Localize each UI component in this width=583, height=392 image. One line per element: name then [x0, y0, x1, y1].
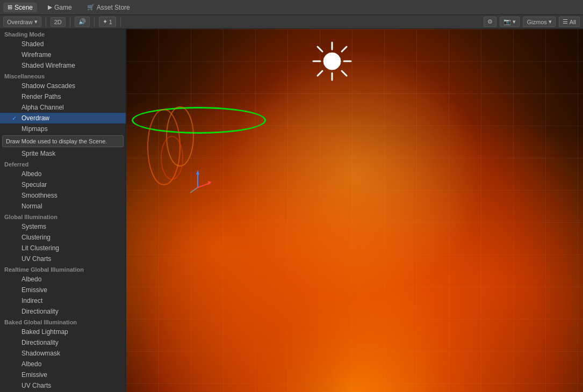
camera-button[interactable]: 📷 ▾ [500, 17, 520, 27]
menu-item-uv-charts[interactable]: UV Charts [0, 253, 126, 264]
fire-particles [142, 83, 207, 190]
chevron-down-icon-3: ▾ [549, 18, 552, 25]
toolbar-separator-4 [120, 17, 121, 27]
menu-item-clustering[interactable]: Clustering [0, 232, 126, 243]
tab-asset-store[interactable]: 🛒 Asset Store [83, 3, 134, 12]
game-icon: ▶ [48, 4, 52, 11]
toolbar: Overdraw ▾ 2D 🔊 ✦ 1 ⚙ 📷 ▾ Gizmos ▾ ☰ All [0, 15, 583, 29]
svg-line-5 [342, 71, 347, 76]
scene-icon: ⊞ [8, 4, 12, 11]
menu-item-alpha-channel[interactable]: Alpha Channel [0, 102, 126, 113]
menu-item-albedo-label: Albedo [21, 170, 41, 178]
menu-item-specular[interactable]: Specular [0, 179, 126, 190]
svg-marker-12 [208, 181, 212, 185]
audio-icon: 🔊 [78, 18, 86, 25]
menu-item-mipmaps[interactable]: Mipmaps [0, 124, 126, 134]
svg-line-6 [342, 47, 347, 52]
menu-item-rt-directionality[interactable]: Directionality [0, 306, 126, 317]
gizmos-button[interactable]: Gizmos ▾ [523, 17, 555, 27]
menu-item-shadowmask[interactable]: Shadowmask [0, 348, 126, 359]
menu-item-shadow-cascades[interactable]: Shadow Cascades [0, 81, 126, 91]
menu-item-baked-emissive[interactable]: Emissive [0, 369, 126, 380]
menu-item-clustering-label: Clustering [21, 234, 51, 241]
realtime-gi-header: Realtime Global Illumination [0, 264, 126, 274]
menu-item-baked-uv-charts[interactable]: UV Charts [0, 380, 126, 391]
svg-point-8 [323, 53, 341, 70]
menu-item-shadow-cascades-label: Shadow Cascades [21, 82, 75, 90]
menu-item-rt-emissive[interactable]: Emissive [0, 285, 126, 295]
layers-label: All [570, 19, 576, 25]
sun-icon [311, 40, 354, 83]
menu-item-render-paths-label: Render Paths [21, 93, 61, 100]
menu-item-baked-lightmap[interactable]: Baked Lightmap [0, 326, 126, 337]
menu-item-overdraw[interactable]: ✓ Overdraw [0, 113, 126, 124]
draw-mode-label: Overdraw [7, 19, 33, 25]
menu-item-baked-directionality[interactable]: Directionality [0, 337, 126, 348]
shading-mode-dropdown: Shading Mode Shaded Wireframe Shaded Wir… [0, 29, 126, 392]
layers-icon: ☰ [563, 18, 568, 25]
menu-item-wireframe[interactable]: Wireframe [0, 49, 126, 60]
tab-game[interactable]: ▶ Game [44, 3, 76, 12]
menu-item-baked-lightmap-label: Baked Lightmap [21, 328, 68, 336]
chevron-down-icon: ▾ [34, 18, 38, 25]
menu-item-shadowmask-label: Shadowmask [21, 350, 60, 357]
menu-item-normal-label: Normal [21, 202, 42, 210]
top-bar: ⊞ Scene ▶ Game 🛒 Asset Store [0, 0, 583, 15]
svg-point-14 [148, 110, 180, 185]
menu-item-shaded[interactable]: Shaded [0, 39, 126, 49]
tab-scene[interactable]: ⊞ Scene [3, 3, 37, 12]
menu-item-alpha-channel-label: Alpha Channel [21, 104, 64, 111]
menu-item-systems[interactable]: Systems [0, 221, 126, 232]
menu-item-wireframe-label: Wireframe [21, 51, 51, 59]
effects-icon: ✦ [103, 18, 107, 25]
toolbar-separator-1 [46, 17, 46, 27]
scene-viewport[interactable] [126, 29, 583, 392]
menu-item-baked-albedo[interactable]: Albedo [0, 359, 126, 369]
check-active-icon: ✓ [12, 115, 19, 122]
tab-scene-label: Scene [15, 4, 33, 11]
menu-item-shaded-wireframe[interactable]: Shaded Wireframe [0, 60, 126, 71]
main-content: Shading Mode Shaded Wireframe Shaded Wir… [0, 29, 583, 392]
menu-item-smoothness-label: Smoothness [21, 192, 57, 199]
menu-item-rt-directionality-label: Directionality [21, 308, 59, 315]
menu-item-rt-indirect-label: Indirect [21, 297, 42, 304]
menu-item-mipmaps-label: Mipmaps [21, 125, 48, 133]
gizmos-label: Gizmos [527, 19, 546, 25]
menu-item-systems-label: Systems [21, 223, 46, 230]
settings-button[interactable]: ⚙ [484, 17, 496, 27]
audio-toggle[interactable]: 🔊 [75, 17, 90, 27]
baked-gi-header: Baked Global Illumination [0, 317, 126, 326]
dim-label: 2D [54, 19, 62, 25]
global-illumination-header: Global Illumination [0, 212, 126, 221]
tab-asset-store-label: Asset Store [97, 4, 130, 11]
menu-item-rt-emissive-label: Emissive [21, 286, 47, 294]
menu-item-smoothness[interactable]: Smoothness [0, 190, 126, 201]
svg-line-4 [318, 47, 322, 52]
menu-item-baked-directionality-label: Directionality [21, 339, 59, 346]
menu-item-render-paths[interactable]: Render Paths [0, 91, 126, 102]
menu-item-lit-clustering-label: Lit Clustering [21, 244, 59, 252]
tooltip: Draw Mode used to display the Scene. [2, 135, 124, 147]
asset-store-icon: 🛒 [87, 4, 95, 11]
svg-line-7 [318, 71, 322, 76]
menu-item-albedo[interactable]: Albedo [0, 169, 126, 179]
menu-item-sprite-mask[interactable]: Sprite Mask [0, 148, 126, 159]
settings-icon: ⚙ [487, 18, 493, 25]
menu-item-rt-indirect[interactable]: Indirect [0, 295, 126, 306]
draw-mode-dropdown[interactable]: Overdraw ▾ [3, 17, 41, 27]
chevron-down-icon-2: ▾ [513, 18, 516, 25]
layers-button[interactable]: ☰ All [559, 17, 580, 27]
dim-toggle[interactable]: 2D [51, 17, 66, 27]
camera-icon: 📷 [503, 18, 511, 25]
menu-item-sprite-mask-label: Sprite Mask [21, 150, 55, 157]
tab-game-label: Game [54, 4, 72, 11]
effects-toggle[interactable]: ✦ 1 [99, 17, 116, 27]
deferred-header: Deferred [0, 159, 126, 169]
menu-item-lit-clustering[interactable]: Lit Clustering [0, 243, 126, 253]
menu-item-rt-albedo[interactable]: Albedo [0, 274, 126, 285]
menu-item-overdraw-label: Overdraw [21, 114, 49, 122]
sun-svg [311, 40, 354, 83]
toolbar-separator-3 [94, 17, 95, 27]
shading-mode-header: Shading Mode [0, 29, 126, 39]
menu-item-normal[interactable]: Normal [0, 201, 126, 212]
